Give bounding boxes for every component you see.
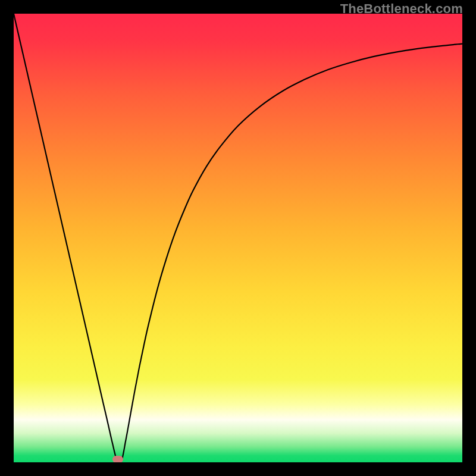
watermark-text: TheBottleneck.com	[340, 1, 463, 17]
optimal-marker	[112, 456, 123, 462]
curve-svg	[14, 14, 462, 462]
bottleneck-curve	[14, 14, 462, 462]
chart-frame: TheBottleneck.com	[0, 0, 476, 476]
plot-area	[14, 14, 462, 462]
